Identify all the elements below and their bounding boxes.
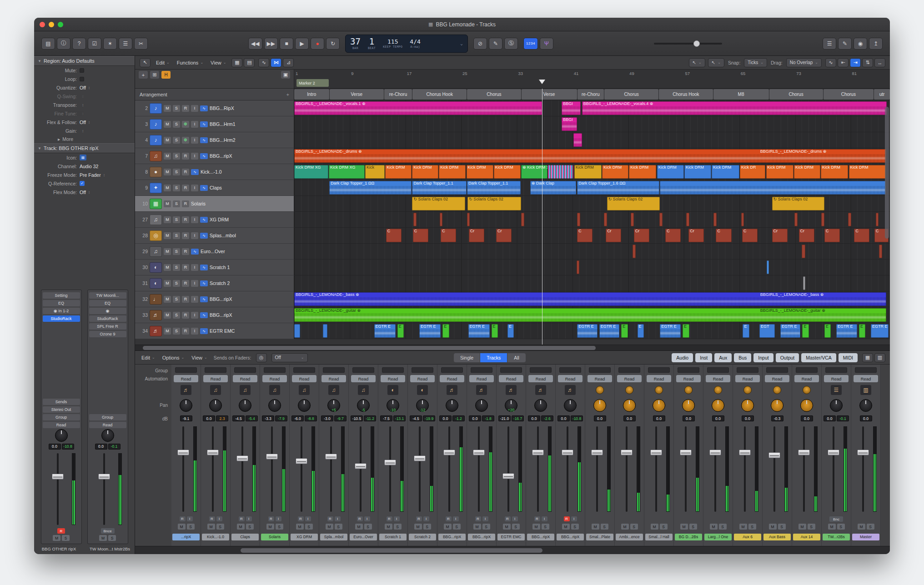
menu-functions[interactable]: Functions⌄	[175, 59, 205, 66]
record-enable-button[interactable]: R	[182, 169, 189, 175]
mute-button[interactable]: M	[326, 524, 333, 530]
input-monitor-button[interactable]: I	[191, 185, 198, 191]
track-name[interactable]: XG DRM	[210, 217, 229, 222]
pan-knob[interactable]: +5	[327, 399, 340, 412]
record-enable-button[interactable]: R	[182, 296, 189, 303]
audio-region[interactable]	[879, 245, 882, 258]
lcd-display[interactable]: 37BAR 1BEAT 115KEEP TEMPO 4/4A♭maj ⌄	[345, 35, 468, 53]
mute-button[interactable]: M	[798, 524, 806, 530]
channel-name[interactable]: Solaris	[261, 534, 288, 540]
automation-mode-button[interactable]: Read	[617, 375, 642, 382]
fader-thumb[interactable]	[177, 450, 189, 455]
record-enable-button[interactable]: R	[475, 516, 481, 521]
audio-region[interactable]	[577, 260, 580, 274]
pan-knob[interactable]	[209, 399, 222, 412]
solo-button[interactable]: S	[173, 137, 180, 144]
arrangement-section[interactable]: Chorus	[769, 89, 823, 100]
arrangement-section[interactable]: utr	[874, 89, 890, 100]
pan-knob[interactable]	[534, 399, 547, 412]
channel-name[interactable]: BBG...ripX	[438, 534, 466, 540]
marker-chip[interactable]: Marker 2	[296, 79, 329, 87]
mute-button[interactable]: M	[164, 185, 171, 191]
pan-knob-dial[interactable]	[209, 399, 222, 412]
solo-button[interactable]: S	[246, 524, 254, 530]
audio-region[interactable]: C	[716, 229, 731, 242]
automation-mode-button[interactable]: Read	[469, 375, 494, 382]
plugin-slot[interactable]: Group	[89, 414, 126, 420]
solo-button[interactable]: S	[173, 296, 180, 303]
solo-button[interactable]: S	[173, 232, 180, 239]
arrangement-section[interactable]: Chorus	[604, 89, 658, 100]
group-slot[interactable]	[855, 367, 877, 373]
snap-dropdown[interactable]: Ticks⌄	[744, 58, 767, 67]
audio-region[interactable]: E	[621, 324, 628, 338]
channel-name[interactable]: XG DRM	[291, 534, 318, 540]
eraser-icon[interactable]: ⊘	[473, 38, 487, 50]
pan-knob[interactable]	[682, 399, 695, 412]
mute-button[interactable]: M	[739, 524, 747, 530]
freeze-button[interactable]: ❆	[182, 121, 189, 128]
pan-knob[interactable]	[268, 399, 281, 412]
input-monitor-button[interactable]: I	[542, 516, 547, 521]
plugin-slot[interactable]: Group	[43, 414, 80, 420]
filter-midi[interactable]: MIDI	[839, 353, 858, 362]
solo-button[interactable]: S	[364, 524, 372, 530]
command-click-tool[interactable]: ↖⌄	[708, 58, 724, 67]
mixer-hscroll-thumb[interactable]	[241, 548, 542, 553]
audio-region[interactable]: Kick DRM	[629, 165, 656, 179]
audio-region[interactable]	[821, 213, 824, 226]
fader-thumb[interactable]	[207, 450, 219, 455]
mixer-horizontal-scrollbar[interactable]	[135, 546, 890, 554]
track-lane[interactable]: Kick DRM XGKick DRM XGKickKick DRMKick D…	[294, 164, 890, 180]
mute-button[interactable]: M	[562, 524, 570, 530]
track-name[interactable]: BBG...Hrm1	[210, 121, 236, 127]
fader-thumb[interactable]	[384, 460, 396, 465]
tuner-icon[interactable]: Ψ	[540, 38, 553, 50]
filter-input[interactable]: Input	[753, 353, 773, 362]
record-enable-button[interactable]: R	[298, 516, 304, 521]
record-enable-button[interactable]: R	[182, 185, 189, 191]
mute-button[interactable]: M	[296, 524, 304, 530]
input-monitor-button[interactable]: I	[512, 516, 518, 521]
mute-button[interactable]: M	[164, 296, 171, 303]
fader-thumb[interactable]	[296, 458, 307, 464]
audio-region[interactable]: EGTR E	[871, 324, 889, 338]
mute-button[interactable]: M	[858, 524, 865, 530]
group-slot[interactable]	[205, 367, 226, 373]
pan-knob[interactable]: -10	[387, 399, 399, 412]
audio-region[interactable]: C	[824, 229, 840, 242]
pan-knob[interactable]	[712, 399, 724, 412]
pan-knob-dial[interactable]	[298, 399, 311, 412]
audio-region[interactable]: Kick DRM	[412, 165, 438, 179]
track-lane[interactable]: BBGIRLS_-_LEMONADE-_guitar ⊕BBGIRLS_-_LE…	[294, 307, 890, 323]
list-editors-icon[interactable]: ☰	[823, 38, 836, 50]
drag-dropdown[interactable]: No Overlap⌄	[786, 58, 822, 67]
track-name[interactable]: BBG...RipX	[210, 105, 234, 111]
audio-region[interactable]: Cr	[606, 229, 621, 242]
audio-region[interactable]	[794, 213, 798, 226]
record-enable-button[interactable]: R	[564, 516, 570, 521]
field-value[interactable]: Audio 32	[80, 164, 98, 169]
record-enable-button[interactable]: R	[534, 516, 540, 521]
stepper-icon[interactable]: ↕	[82, 94, 84, 99]
fader-thumb[interactable]	[98, 474, 110, 480]
group-slot[interactable]	[589, 367, 611, 373]
inspector-icon[interactable]: ⓘ	[57, 38, 70, 50]
record-enable-button[interactable]: R	[239, 516, 245, 521]
region-inspector-header[interactable]: ▼Region: Audio Defaults	[34, 56, 135, 66]
audio-region[interactable]	[323, 324, 327, 338]
audio-region[interactable]: EGTR E	[577, 324, 598, 338]
hide-tracks-button[interactable]: H	[161, 71, 171, 79]
left-click-tool[interactable]: ↖⌄	[689, 58, 705, 67]
crossfade-icon[interactable]: ∿	[258, 58, 269, 67]
channel-name[interactable]: Kick...-1.0	[202, 534, 229, 540]
audio-region[interactable]: EGTR E	[468, 324, 490, 338]
audio-region[interactable]	[440, 213, 443, 226]
audio-region[interactable]: E	[492, 324, 498, 338]
audio-region[interactable]	[686, 213, 689, 226]
channel-name[interactable]: Aux 14	[793, 534, 820, 540]
audio-region[interactable]: Kick DRM	[794, 165, 820, 179]
toggle-box[interactable]	[80, 68, 84, 73]
solo-button[interactable]: S	[173, 169, 180, 175]
tools-icon[interactable]: ✶	[103, 38, 117, 50]
